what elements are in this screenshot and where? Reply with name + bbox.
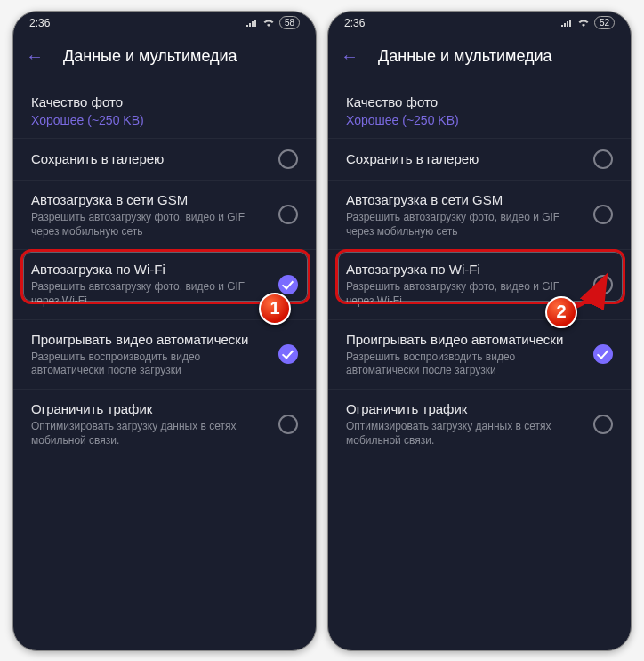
radio-checked-icon[interactable] [593,344,613,364]
row-autoplay[interactable]: Проигрывать видео автоматически Разрешит… [328,320,631,390]
battery-indicator: 52 [594,16,615,29]
radio-unchecked-icon[interactable] [278,205,298,224]
page-title: Данные и мультимедиа [63,47,237,66]
radio-unchecked-icon[interactable] [593,415,613,434]
signal-icon [246,19,258,28]
row-auto-gsm[interactable]: Автозагрузка в сети GSM Разрешить автоза… [328,181,631,250]
radio-unchecked-icon[interactable] [593,275,613,294]
status-bar: 2:36 52 [328,12,631,35]
row-title: Качество фото [31,93,289,111]
row-photo-quality[interactable]: Качество фото Хорошее (~250 KB) [328,83,631,139]
row-auto-wifi[interactable]: Автозагрузка по Wi-Fi Разрешить автозагр… [13,250,316,319]
radio-unchecked-icon[interactable] [593,149,613,169]
row-photo-quality[interactable]: Качество фото Хорошее (~250 KB) [13,83,316,139]
row-title: Проигрывать видео автоматически [346,331,584,349]
back-arrow-icon[interactable]: ← [341,46,358,67]
row-subtitle: Разрешить воспроизводить видео автоматич… [31,351,270,378]
row-title: Сохранить в галерею [346,150,584,168]
radio-checked-icon[interactable] [278,344,298,364]
row-title: Проигрывать видео автоматически [31,331,270,349]
radio-checked-icon[interactable] [278,275,298,294]
phone-left: 2:36 58 ← Данные и мультимедиа Качество … [12,11,317,651]
row-subtitle: Оптимизировать загрузку данных в сетях м… [346,420,584,447]
row-subtitle: Разрешить автозагрузку фото, видео и GIF… [346,211,584,238]
row-subtitle: Разрешить воспроизводить видео автоматич… [346,351,584,378]
row-title: Качество фото [346,93,604,111]
page-header: ← Данные и мультимедиа [328,35,631,79]
radio-unchecked-icon[interactable] [593,205,613,224]
phone-right: 2:36 52 ← Данные и мультимедиа Качество … [327,11,632,651]
row-limit-traffic[interactable]: Ограничить трафик Оптимизировать загрузк… [328,390,631,458]
row-title: Сохранить в галерею [31,150,270,168]
wifi-icon [262,19,275,28]
page-header: ← Данные и мультимедиа [13,35,316,79]
row-subtitle: Разрешить автозагрузку фото, видео и GIF… [31,280,270,308]
row-limit-traffic[interactable]: Ограничить трафик Оптимизировать загрузк… [13,390,316,458]
row-autoplay[interactable]: Проигрывать видео автоматически Разрешит… [13,320,316,390]
row-auto-wifi[interactable]: Автозагрузка по Wi-Fi Разрешить автозагр… [328,250,631,319]
row-title: Ограничить трафик [31,400,270,418]
row-title: Ограничить трафик [346,400,584,418]
battery-indicator: 58 [279,16,300,29]
row-title: Автозагрузка по Wi-Fi [31,261,270,278]
row-save-gallery[interactable]: Сохранить в галерею [13,139,316,181]
row-save-gallery[interactable]: Сохранить в галерею [328,139,631,181]
radio-unchecked-icon[interactable] [278,415,298,434]
page-title: Данные и мультимедиа [378,47,552,66]
status-time: 2:36 [344,17,365,29]
row-auto-gsm[interactable]: Автозагрузка в сети GSM Разрешить автоза… [13,181,316,250]
row-value: Хорошее (~250 KB) [31,113,289,127]
wifi-icon [577,19,590,28]
signal-icon [560,19,573,28]
row-subtitle: Разрешить автозагрузку фото, видео и GIF… [346,280,584,308]
status-time: 2:36 [29,17,50,29]
settings-list: Качество фото Хорошее (~250 KB) Сохранит… [328,79,631,459]
row-title: Автозагрузка в сети GSM [346,191,584,209]
row-subtitle: Разрешить автозагрузку фото, видео и GIF… [31,211,270,238]
status-bar: 2:36 58 [13,12,316,35]
row-title: Автозагрузка по Wi-Fi [346,261,584,278]
settings-list: Качество фото Хорошее (~250 KB) Сохранит… [13,79,316,459]
row-subtitle: Оптимизировать загрузку данных в сетях м… [31,420,270,447]
radio-unchecked-icon[interactable] [278,149,298,169]
row-value: Хорошее (~250 KB) [346,113,604,127]
row-title: Автозагрузка в сети GSM [31,191,270,209]
back-arrow-icon[interactable]: ← [26,46,44,67]
